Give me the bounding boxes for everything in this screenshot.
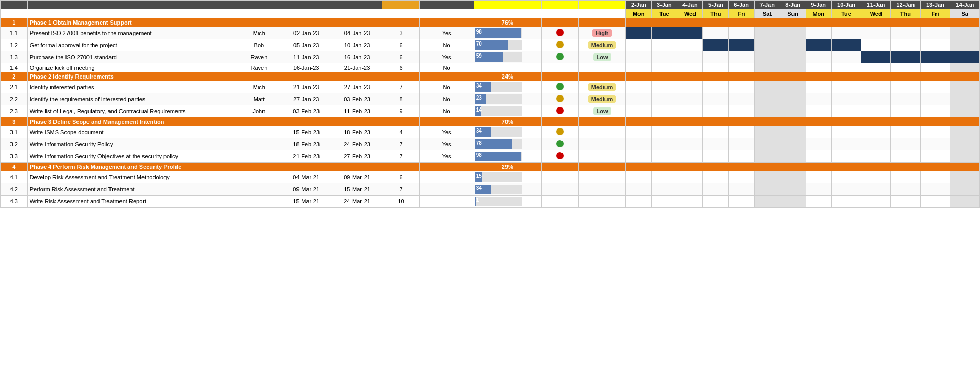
gantt-cell: [703, 63, 729, 72]
gantt-cell: [626, 138, 652, 150]
gantt-cell: [780, 81, 806, 93]
gantt-cell: [890, 105, 920, 117]
task-priority: Medium: [578, 39, 625, 51]
col-pct: [474, 1, 541, 9]
gantt-cell: [677, 63, 703, 72]
task-resource: [237, 183, 281, 196]
task-duration: 7: [382, 183, 420, 196]
task-priority: [578, 183, 625, 196]
gantt-cell: [890, 93, 920, 105]
gantt-cell: [729, 171, 754, 183]
task-end: 04-Jan-23: [332, 27, 382, 39]
task-priority: High: [578, 27, 625, 39]
task-name: Write Information Security Objectives at…: [27, 150, 237, 163]
task-start: 21-Feb-23: [281, 150, 332, 163]
gantt-cell: [806, 150, 831, 163]
gantt-cell: [890, 27, 920, 39]
gantt-cell: [806, 93, 831, 105]
task-deliverable: Yes: [420, 138, 474, 150]
phase-deliv: [420, 18, 474, 27]
task-duration: 4: [382, 126, 420, 138]
status-dot: [556, 83, 564, 90]
gantt-cell: [890, 138, 920, 150]
col-resource: [237, 1, 281, 9]
gantt-cell: [677, 39, 703, 51]
spacer: [1, 9, 626, 18]
task-duration: 6: [382, 63, 420, 72]
phase-status: [541, 18, 578, 27]
gantt-cell: [677, 105, 703, 117]
gantt-cell: [780, 51, 806, 63]
task-duration: 8: [382, 93, 420, 105]
task-end: 10-Jan-23: [332, 39, 382, 51]
phase-priority: [578, 18, 625, 27]
gantt-cell: [703, 81, 729, 93]
phase-end: [332, 18, 382, 27]
gantt-cell: [729, 39, 754, 51]
task-row: 1.4 Organize kick off meeting Raven 16-J…: [1, 63, 980, 72]
dayname-6: Sat: [754, 9, 780, 18]
gantt-cell: [920, 126, 950, 138]
task-num: 3.1: [1, 126, 28, 138]
task-name: Write Information Security Policy: [27, 138, 237, 150]
task-end: 24-Feb-23: [332, 138, 382, 150]
gantt-cell: [950, 93, 980, 105]
priority-badge: High: [592, 29, 611, 37]
dayname-4: Thu: [703, 9, 729, 18]
phase-pct: 70%: [474, 117, 541, 126]
gantt-cell: [729, 183, 754, 196]
status-dot: [556, 152, 564, 159]
gantt-cell: [890, 150, 920, 163]
gantt-col-3: 4-Jan: [677, 1, 703, 9]
gantt-cell: [890, 196, 920, 208]
gantt-cell: [806, 171, 831, 183]
gantt-cell: [652, 171, 677, 183]
gantt-cell: [831, 150, 861, 163]
task-end: 18-Feb-23: [332, 126, 382, 138]
dayname-1: Mon: [626, 9, 652, 18]
task-num: 2.2: [1, 93, 28, 105]
gantt-cell: [754, 150, 780, 163]
gantt-cell: [950, 39, 980, 51]
task-status: [541, 39, 578, 51]
task-pct: [474, 63, 541, 72]
gantt-cell: [703, 126, 729, 138]
task-num: 3.3: [1, 150, 28, 163]
task-start: 11-Jan-23: [281, 51, 332, 63]
task-name: Develop Risk Assessment and Treatment Me…: [27, 171, 237, 183]
task-status: [541, 183, 578, 196]
task-start: 03-Feb-23: [281, 105, 332, 117]
task-duration: 6: [382, 39, 420, 51]
task-duration: 7: [382, 138, 420, 150]
task-deliverable: No: [420, 105, 474, 117]
task-row: 3.1 Write ISMS Scope document 15-Feb-23 …: [1, 126, 980, 138]
task-resource: Mich: [237, 27, 281, 39]
phase-gantt: [626, 163, 980, 171]
gantt-col-5: 6-Jan: [729, 1, 754, 9]
gantt-cell: [831, 93, 861, 105]
gantt-cell: [652, 81, 677, 93]
task-pct: 1: [474, 196, 541, 208]
task-end: 15-Mar-21: [332, 183, 382, 196]
task-row: 1.3 Purchase the ISO 27001 standard Rave…: [1, 51, 980, 63]
task-end: 09-Mar-21: [332, 171, 382, 183]
gantt-cell: [754, 51, 780, 63]
task-status: [541, 196, 578, 208]
task-num: 4.2: [1, 183, 28, 196]
col-status: [541, 1, 578, 9]
gantt-cell: [920, 51, 950, 63]
gantt-cell: [831, 105, 861, 117]
task-name: Perform Risk Assessment and Treatment: [27, 183, 237, 196]
gantt-col-1: 2-Jan: [626, 1, 652, 9]
gantt-cell: [920, 81, 950, 93]
task-status: [541, 93, 578, 105]
gantt-cell: [703, 105, 729, 117]
task-pct: 78: [474, 138, 541, 150]
task-priority: [578, 171, 625, 183]
gantt-cell: [890, 39, 920, 51]
task-end: 03-Feb-23: [332, 93, 382, 105]
task-start: 15-Mar-21: [281, 196, 332, 208]
gantt-cell: [920, 63, 950, 72]
gantt-cell: [861, 81, 891, 93]
gantt-cell: [703, 27, 729, 39]
